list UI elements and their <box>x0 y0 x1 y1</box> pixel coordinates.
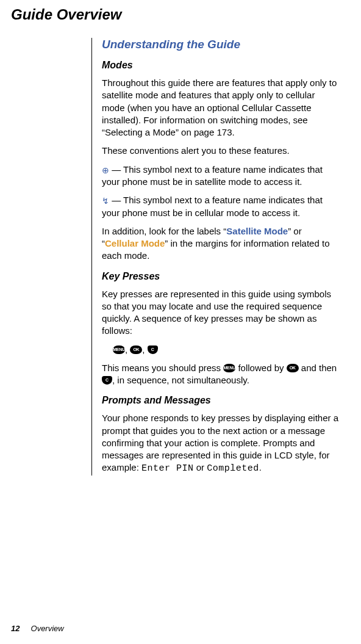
lcd-enter-pin: Enter PIN <box>141 463 194 474</box>
modes-p2: These conventions alert you to these fea… <box>102 145 339 157</box>
text-fragment: . <box>259 462 262 472</box>
page-title: Guide Overview <box>11 6 339 23</box>
footer-section-name: Overview <box>31 624 64 633</box>
ok-key-icon: OK <box>130 346 142 354</box>
cellular-icon: ↯ <box>102 196 109 206</box>
keypresses-p1: Key presses are represented in this guid… <box>102 288 339 338</box>
c-key-icon: C <box>148 346 158 354</box>
cellular-text: — This symbol next to a feature name ind… <box>102 195 323 217</box>
satellite-text: — This symbol next to a feature name ind… <box>102 164 323 187</box>
cellular-symbol-paragraph: ↯ — This symbol next to a feature name i… <box>102 194 339 219</box>
keypresses-heading: Key Presses <box>102 271 339 282</box>
mode-labels-paragraph: In addition, look for the labels “Satell… <box>102 225 339 262</box>
page-footer: 12 Overview <box>11 624 64 633</box>
key-sequence-row: MENU, OK, C <box>102 344 339 356</box>
text-fragment: In addition, look for the labels “ <box>102 226 226 236</box>
text-fragment: This means you should press <box>102 363 223 373</box>
satellite-symbol-paragraph: ⊕ — This symbol next to a feature name i… <box>102 164 339 189</box>
lcd-completed: Completed <box>207 463 259 474</box>
satellite-mode-label: Satellite Mode <box>226 226 288 236</box>
text-fragment: followed by <box>235 363 286 373</box>
modes-p1: Throughout this guide there are features… <box>102 77 339 139</box>
modes-heading: Modes <box>102 60 339 71</box>
prompts-p1: Your phone responds to key presses by di… <box>102 412 339 475</box>
cellular-mode-label: Cellular Mode <box>105 238 165 248</box>
text-fragment: and then <box>299 363 337 373</box>
text-fragment: or <box>194 462 207 472</box>
menu-key-icon: MENU <box>223 364 235 372</box>
text-fragment: , in sequence, not simultaneously. <box>112 375 249 385</box>
c-key-icon: C <box>102 376 112 385</box>
section-heading: Understanding the Guide <box>102 38 339 51</box>
ok-key-icon: OK <box>287 364 299 372</box>
text-fragment: , <box>125 344 130 355</box>
page-number: 12 <box>11 624 20 633</box>
content-column: Understanding the Guide Modes Throughout… <box>91 38 339 476</box>
keypresses-p2: This means you should press MENU followe… <box>102 362 339 387</box>
prompts-heading: Prompts and Messages <box>102 395 339 406</box>
menu-key-icon: MENU <box>113 346 125 354</box>
text-fragment: , <box>142 344 147 355</box>
satellite-icon: ⊕ <box>102 165 109 175</box>
